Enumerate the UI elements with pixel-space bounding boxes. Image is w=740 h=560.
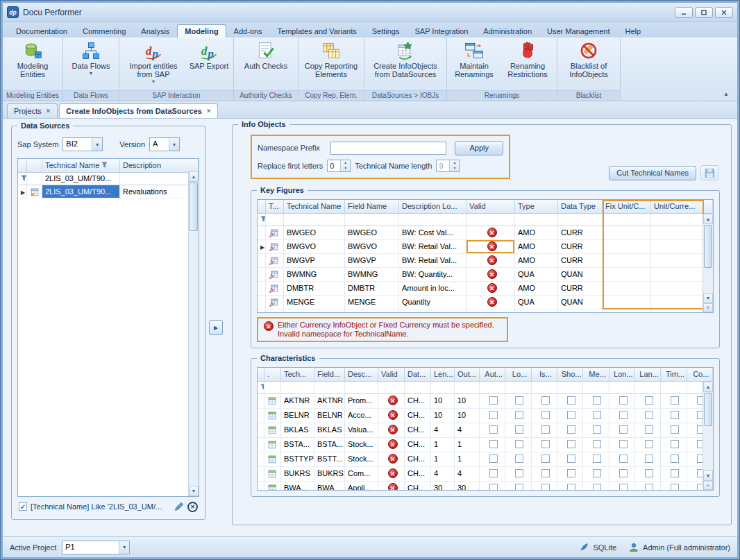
flag-checkbox[interactable]: [593, 455, 601, 463]
flag-checkbox[interactable]: [671, 455, 679, 463]
flag-checkbox[interactable]: [645, 484, 653, 491]
renaming-restrictions-button[interactable]: Renaming Restrictions: [501, 39, 555, 90]
data-flows-button[interactable]: Data Flows ▼: [65, 39, 117, 90]
scroll-thumb[interactable]: [704, 225, 712, 268]
scroll-grip[interactable]: ≡: [703, 303, 713, 312]
ribbon-collapse-button[interactable]: ▲: [721, 90, 732, 99]
flag-checkbox[interactable]: [619, 440, 628, 448]
flag-checkbox[interactable]: [567, 455, 575, 463]
scroll-thumb[interactable]: [190, 183, 198, 231]
column-header[interactable]: Is...: [532, 368, 557, 381]
filter-enabled-checkbox[interactable]: [19, 502, 27, 511]
sap-system-combo[interactable]: BI2 ▼: [62, 137, 103, 151]
spin-down-icon[interactable]: ▼: [450, 166, 459, 171]
flag-checkbox[interactable]: [541, 469, 550, 477]
save-button[interactable]: [700, 165, 718, 180]
flag-checkbox[interactable]: [619, 469, 628, 477]
flag-checkbox[interactable]: [567, 469, 575, 477]
column-header[interactable]: Aut...: [480, 368, 505, 381]
column-header[interactable]: Lon...: [609, 368, 635, 381]
document-tab[interactable]: Create InfoObjects from DataSources ✕: [59, 103, 218, 118]
flag-checkbox[interactable]: [593, 440, 601, 448]
edit-filter-icon[interactable]: [174, 502, 184, 511]
flag-checkbox[interactable]: [567, 411, 575, 419]
key-figure-row[interactable]: ▶ MENGE MENGE Quantity ✕ QUA QUAN: [258, 296, 713, 309]
flag-checkbox[interactable]: [567, 425, 575, 434]
flag-checkbox[interactable]: [593, 484, 601, 491]
clear-filter-icon[interactable]: ✕: [187, 502, 198, 512]
key-figure-row[interactable]: ▶ ✕: [258, 309, 713, 313]
flag-checkbox[interactable]: [645, 440, 653, 448]
ribbon-tab[interactable]: Commenting: [75, 24, 133, 37]
flag-checkbox[interactable]: [489, 469, 498, 477]
flag-checkbox[interactable]: [671, 484, 679, 491]
active-project-combo[interactable]: P1 ▼: [62, 541, 130, 554]
column-header-technical-name[interactable]: Technical Name: [42, 159, 120, 172]
column-header[interactable]: Type: [515, 200, 558, 213]
flag-checkbox[interactable]: [489, 455, 498, 463]
scroll-grip[interactable]: ≡: [703, 481, 713, 490]
flag-checkbox[interactable]: [489, 484, 498, 491]
scroll-down-icon[interactable]: ▼: [703, 293, 713, 303]
scroll-down-icon[interactable]: ▼: [189, 486, 199, 496]
key-figure-row[interactable]: ▶ BWGVO BWGVO BW: Retail Val... ✕ AMO CU…: [258, 240, 713, 254]
characteristic-row[interactable]: AKTNR AKTNR Prom... ✕ CH... 10 10: [258, 394, 713, 409]
data-source-row[interactable]: ▶ 2LIS_03_UM/T90... Revaluations: [18, 185, 199, 198]
ribbon-tab[interactable]: Settings: [364, 24, 407, 37]
flag-checkbox[interactable]: [515, 484, 523, 491]
modeling-entities-button[interactable]: Modeling Entities: [5, 39, 60, 90]
version-combo[interactable]: A ▼: [149, 137, 180, 151]
column-header[interactable]: Field Name: [345, 200, 399, 213]
auth-checks-button[interactable]: Auth Checks: [236, 39, 296, 90]
flag-checkbox[interactable]: [619, 411, 628, 419]
technical-name-filter-cell[interactable]: 2LIS_03_UM/T90...: [42, 173, 120, 185]
column-header[interactable]: Dat...: [405, 368, 431, 381]
flag-checkbox[interactable]: [671, 411, 679, 419]
flag-checkbox[interactable]: [489, 425, 498, 434]
flag-checkbox[interactable]: [515, 425, 523, 434]
flag-checkbox[interactable]: [593, 411, 601, 419]
flag-checkbox[interactable]: [541, 425, 550, 434]
copy-reporting-elements-button[interactable]: Copy Reporting Elements: [301, 39, 362, 90]
flag-checkbox[interactable]: [567, 440, 575, 448]
flag-checkbox[interactable]: [515, 469, 523, 477]
chevron-down-icon[interactable]: ▼: [169, 138, 179, 151]
ribbon-tab[interactable]: Templates and Variants: [270, 24, 364, 37]
ribbon-tab[interactable]: Help: [618, 24, 649, 37]
replace-first-letters-stepper[interactable]: 0 ▲▼: [327, 160, 351, 172]
flag-checkbox[interactable]: [515, 411, 523, 419]
characteristic-row[interactable]: BSTTYP BSTT... Stock... ✕ CH... 1 1: [258, 452, 713, 467]
characteristic-row[interactable]: BELNR BELNR Acco... ✕ CH... 10 10: [258, 409, 713, 423]
flag-checkbox[interactable]: [515, 440, 523, 448]
flag-checkbox[interactable]: [541, 411, 550, 419]
vertical-scrollbar[interactable]: ▲ ▼: [188, 171, 199, 496]
flag-checkbox[interactable]: [541, 440, 550, 448]
flag-checkbox[interactable]: [671, 396, 679, 405]
spin-up-icon[interactable]: ▲: [450, 160, 459, 166]
vertical-scrollbar[interactable]: ▲ ▼ ≡: [703, 382, 713, 490]
chevron-down-icon[interactable]: ▼: [92, 138, 102, 151]
flag-checkbox[interactable]: [593, 469, 601, 477]
column-header[interactable]: Technical Name: [284, 200, 345, 213]
flag-checkbox[interactable]: [645, 425, 653, 434]
flag-checkbox[interactable]: [541, 396, 550, 405]
column-header[interactable]: Fix Unit/C...: [603, 200, 651, 213]
column-header[interactable]: Description Lo...: [399, 200, 466, 213]
maximize-button[interactable]: [695, 7, 713, 18]
column-header[interactable]: Valid: [378, 368, 405, 381]
column-header[interactable]: Len...: [431, 368, 455, 381]
characteristic-row[interactable]: BKLAS BKLAS Valua... ✕ CH... 4 4: [258, 423, 713, 438]
column-header[interactable]: Data Type: [558, 200, 603, 213]
characteristic-row[interactable]: BSTA... BSTA... Stock... ✕ CH... 1 1: [258, 438, 713, 452]
ribbon-tab[interactable]: Documentation: [8, 24, 75, 37]
import-entities-button[interactable]: dp Import entities from SAP ▼: [121, 39, 185, 90]
flag-checkbox[interactable]: [515, 396, 523, 405]
key-figure-row[interactable]: ▶ BWMNG BWMNG BW: Quantity... ✕ QUA QUAN: [258, 268, 713, 282]
flag-checkbox[interactable]: [541, 484, 550, 491]
cut-technical-names-button[interactable]: Cut Technical Names: [609, 166, 696, 180]
ribbon-tab[interactable]: Administration: [476, 24, 539, 37]
namespace-prefix-input[interactable]: [330, 142, 447, 155]
ribbon-tab[interactable]: Add-ons: [226, 24, 270, 37]
scroll-down-icon[interactable]: ▼: [703, 470, 713, 481]
flag-checkbox[interactable]: [515, 455, 523, 463]
